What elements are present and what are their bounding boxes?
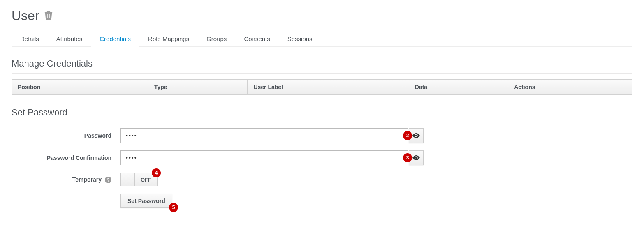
tab-details[interactable]: Details	[12, 31, 48, 47]
callout-badge-4: 4	[152, 168, 161, 177]
password-confirmation-input[interactable]	[120, 150, 408, 165]
tab-groups[interactable]: Groups	[198, 31, 235, 47]
password-label: Password	[12, 132, 120, 139]
manage-credentials-title: Manage Credentials	[12, 58, 632, 74]
set-password-button[interactable]: Set Password	[120, 194, 172, 208]
page-title: User	[12, 8, 39, 23]
password-confirmation-label: Password Confirmation	[12, 154, 120, 161]
help-icon[interactable]: ?	[105, 177, 111, 183]
password-input[interactable]	[120, 128, 408, 143]
set-password-title: Set Password	[12, 107, 632, 122]
password-confirmation-row: Password Confirmation 3	[12, 150, 632, 165]
eye-icon	[412, 133, 420, 138]
credentials-table: Position Type User Label Data Actions	[12, 79, 632, 95]
submit-row: Set Password 5	[12, 194, 632, 208]
tab-role-mappings[interactable]: Role Mappings	[139, 31, 198, 47]
col-actions: Actions	[508, 80, 632, 95]
callout-badge-3: 3	[403, 153, 412, 162]
col-user-label: User Label	[248, 80, 409, 95]
temporary-label: Temporary ?	[12, 176, 120, 183]
col-type: Type	[148, 80, 247, 95]
tab-credentials[interactable]: Credentials	[91, 31, 139, 47]
tab-attributes[interactable]: Attributes	[48, 31, 91, 47]
temporary-row: Temporary ? OFF 4	[12, 173, 632, 186]
tab-consents[interactable]: Consents	[235, 31, 278, 47]
password-row: Password 2	[12, 128, 632, 143]
trash-icon	[44, 11, 53, 20]
page-header: User	[12, 8, 632, 23]
eye-icon	[412, 155, 420, 160]
col-position: Position	[12, 80, 148, 95]
tab-sessions[interactable]: Sessions	[279, 31, 321, 47]
callout-badge-2: 2	[403, 131, 412, 140]
user-tabs: Details Attributes Credentials Role Mapp…	[12, 31, 632, 47]
callout-badge-5: 5	[169, 203, 178, 212]
delete-user-button[interactable]	[44, 11, 53, 21]
col-data: Data	[409, 80, 508, 95]
